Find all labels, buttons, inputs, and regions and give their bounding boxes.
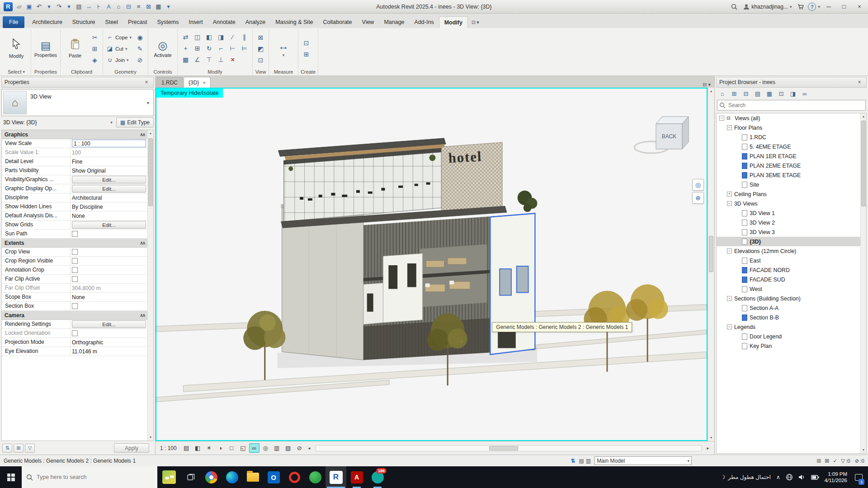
search-input[interactable] bbox=[717, 100, 866, 111]
taskbar-search-input[interactable] bbox=[37, 474, 141, 480]
customize-qat-icon[interactable]: ▾ bbox=[164, 2, 173, 12]
view-scale-button[interactable]: 1 : 100 bbox=[158, 445, 180, 451]
expand-icon[interactable]: − bbox=[727, 201, 732, 206]
ribbon-tab-file[interactable]: File bbox=[3, 16, 24, 28]
input-view-scale[interactable]: 1 : 100 bbox=[72, 140, 146, 147]
default-3d-view-icon[interactable]: ⌂ bbox=[114, 2, 123, 12]
task-view-button[interactable] bbox=[181, 466, 201, 488]
tree-item-5-4eme-etage[interactable]: 5. 4EME ETAGE bbox=[717, 142, 860, 151]
checkbox-locked-orientation[interactable] bbox=[72, 330, 78, 336]
reveal-hidden-elements-icon[interactable]: ◎ bbox=[260, 443, 271, 453]
tree-item-3d-view-1[interactable]: 3D View 1 bbox=[717, 208, 860, 218]
create-similar-icon[interactable]: ⊞ bbox=[301, 49, 312, 60]
undo-icon[interactable]: ↶ bbox=[34, 2, 44, 12]
scroll-up-icon[interactable]: ▴ bbox=[148, 130, 153, 136]
value-eye-elevation[interactable]: 11.0146 m bbox=[72, 348, 97, 355]
ribbon-tab-structure[interactable]: Structure bbox=[67, 16, 100, 28]
help-icon[interactable]: ? bbox=[808, 3, 816, 11]
shadows-icon[interactable]: ◑ bbox=[215, 443, 226, 453]
sort-ascending-icon[interactable]: ⇅ bbox=[2, 444, 12, 453]
properties-button[interactable]: ▤ Properties bbox=[33, 38, 58, 59]
maximize-button[interactable]: □ bbox=[837, 1, 851, 12]
browser-export-icon[interactable]: ⊡ bbox=[776, 89, 787, 99]
full-navigation-wheel-icon[interactable]: ◎ bbox=[692, 179, 704, 191]
expand-icon[interactable]: − bbox=[727, 296, 732, 301]
save-icon[interactable]: ▣ bbox=[24, 2, 34, 12]
selection-count-icon[interactable]: ⊘:0 bbox=[855, 458, 864, 464]
scrollbar-thumb[interactable] bbox=[148, 138, 153, 206]
scroll-down-icon[interactable]: ▾ bbox=[708, 434, 714, 441]
checkbox-crop-region-visible[interactable] bbox=[72, 258, 78, 264]
copy-element-icon[interactable]: ⊞ bbox=[192, 43, 203, 54]
properties-scrollbar[interactable]: ▴ ▾ bbox=[147, 130, 153, 441]
cut-icon[interactable]: ✂ bbox=[89, 32, 100, 42]
tree-item-views-all[interactable]: −⊟Views (all) bbox=[717, 113, 860, 123]
print-icon[interactable]: ▤ bbox=[74, 2, 84, 12]
override-graphics-icon[interactable]: ◩ bbox=[255, 43, 266, 54]
design-options-icon[interactable]: ▥ bbox=[586, 458, 591, 464]
ribbon-tab-insert[interactable]: Insert bbox=[184, 16, 208, 28]
tree-item-legends[interactable]: −Legends bbox=[717, 322, 860, 332]
ribbon-tab-precast[interactable]: Precast bbox=[123, 16, 152, 28]
cope-button[interactable]: ⌐Cope▾ bbox=[105, 32, 132, 42]
ribbon-tab-manage[interactable]: Manage bbox=[379, 16, 409, 28]
viewport[interactable]: hotel bbox=[156, 88, 708, 441]
close-view-icon[interactable]: × bbox=[203, 80, 205, 85]
editable-only-icon[interactable]: ⊞ bbox=[816, 458, 821, 464]
crop-view-icon[interactable]: □ bbox=[226, 443, 237, 453]
mirror-pick-axis-icon[interactable]: ◧ bbox=[203, 32, 215, 42]
scroll-left-icon[interactable]: ◂ bbox=[306, 446, 313, 450]
apply-coping-icon[interactable]: ◉ bbox=[134, 32, 146, 42]
network-icon[interactable] bbox=[786, 474, 793, 481]
section-extents[interactable]: Extents∧∧ bbox=[2, 239, 147, 248]
ribbon-tab-view[interactable]: View bbox=[357, 16, 379, 28]
panel-label-select[interactable]: Select▾ bbox=[4, 68, 28, 75]
ribbon-tab-architecture[interactable]: Architecture bbox=[27, 16, 67, 28]
view-tab-3d[interactable]: {3D}× bbox=[184, 77, 211, 88]
section-graphics[interactable]: Graphics∧∧ bbox=[2, 130, 147, 139]
split-element-icon[interactable]: ∕ bbox=[227, 32, 238, 42]
tree-item-plan-2eme-etage[interactable]: PLAN 2EME ETAGE bbox=[717, 161, 860, 170]
value-parts-visibility[interactable]: Show Original bbox=[72, 168, 106, 174]
value-show-hidden-lines[interactable]: By Discipline bbox=[72, 204, 103, 210]
close-hidden-windows-icon[interactable]: ⊠ bbox=[144, 2, 153, 12]
tree-item-site[interactable]: Site bbox=[717, 180, 860, 189]
expand-icon[interactable]: + bbox=[727, 192, 732, 197]
worksharing-display-icon[interactable]: ⊘ bbox=[294, 443, 305, 453]
taskbar-app-edge[interactable] bbox=[222, 466, 242, 488]
detail-level-icon[interactable]: ▤ bbox=[181, 443, 192, 453]
expand-icon[interactable]: − bbox=[727, 249, 732, 253]
tree-item-3d-view-2[interactable]: 3D View 2 bbox=[717, 218, 860, 227]
browser-link-icon[interactable]: ∞ bbox=[799, 89, 810, 99]
view-selector[interactable]: 3D View: {3D} ▾ bbox=[1, 117, 114, 127]
tree-item-east[interactable]: East bbox=[717, 256, 860, 265]
group-properties-icon[interactable]: ⊞ bbox=[14, 444, 24, 453]
value-far-clip-offset[interactable]: 304.8000 m bbox=[72, 285, 100, 291]
trim-extend-multiple-icon[interactable]: ⊨ bbox=[239, 43, 250, 54]
press-drag-icon[interactable]: ✓ bbox=[833, 458, 837, 464]
value-scope-box[interactable]: None bbox=[72, 294, 85, 300]
taskbar-app-acrobat[interactable]: A bbox=[346, 466, 367, 488]
offset-icon[interactable]: ◫ bbox=[192, 32, 203, 42]
text-note-icon[interactable]: A bbox=[104, 2, 113, 12]
hide-elements-icon[interactable]: ⊠ bbox=[255, 32, 266, 42]
ribbon-tab-systems[interactable]: Systems bbox=[152, 16, 184, 28]
ribbon-tab-collaborate[interactable]: Collaborate bbox=[318, 16, 357, 28]
help-dropdown-icon[interactable]: ▾ bbox=[818, 5, 820, 9]
ribbon-tab-steel[interactable]: Steel bbox=[100, 16, 123, 28]
taskbar-app-chrome[interactable] bbox=[201, 466, 222, 488]
visual-style-icon[interactable]: ◧ bbox=[193, 443, 203, 453]
taskbar-app-outlook[interactable]: O bbox=[263, 466, 284, 488]
trim-extend-corner-icon[interactable]: ⌐ bbox=[215, 43, 226, 54]
unpin-icon[interactable]: ⊥ bbox=[215, 55, 226, 65]
expand-icon[interactable]: − bbox=[727, 324, 732, 329]
zoom-tool-icon[interactable]: ⊕ bbox=[692, 192, 704, 204]
browser-grid-icon[interactable]: ▦ bbox=[764, 89, 775, 99]
app-store-cart-icon[interactable] bbox=[795, 2, 806, 12]
filter-icon[interactable]: ▽:0 bbox=[841, 458, 850, 464]
action-center-button[interactable]: 3 bbox=[853, 466, 864, 488]
demolish-icon[interactable]: ⊘ bbox=[134, 55, 146, 65]
collapse-icon[interactable]: ∧∧ bbox=[140, 132, 145, 137]
edit-button-visibility-graphics[interactable]: Edit... bbox=[72, 176, 146, 183]
scale-icon[interactable]: ∠ bbox=[192, 55, 203, 65]
